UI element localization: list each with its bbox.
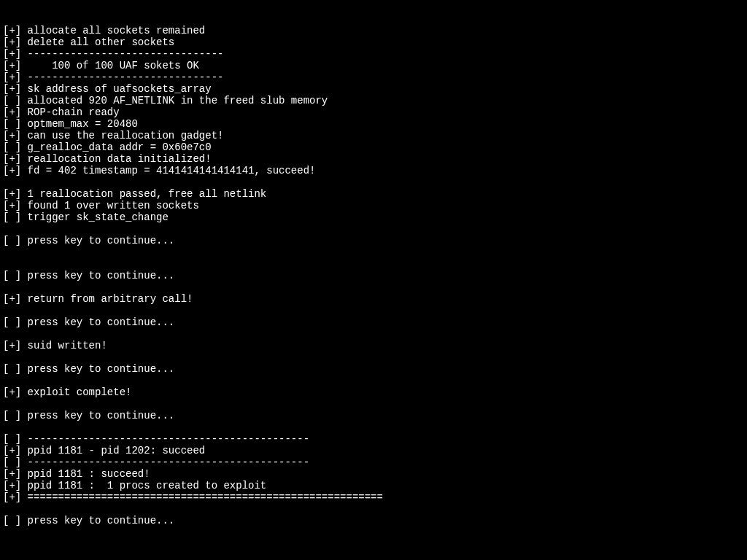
terminal-line: [+] ROP-chain ready	[3, 106, 744, 118]
terminal-line: [+] ppid 1181 - pid 1202: succeed	[3, 445, 744, 456]
terminal-output: [+] allocate all sockets remained[+] del…	[3, 25, 744, 538]
terminal-line: [+] allocate all sockets remained	[3, 25, 744, 36]
terminal-line: [+] 100 of 100 UAF sokets OK	[3, 60, 744, 71]
terminal-line	[3, 246, 744, 258]
terminal-line: [ ] press key to continue...	[3, 363, 744, 375]
terminal-line	[3, 328, 744, 340]
terminal-line: [+] sk address of uafsockets_array	[3, 83, 744, 95]
terminal-line: [+] ====================================…	[3, 491, 744, 503]
terminal-line	[3, 305, 744, 316]
terminal-line: [+] ppid 1181 : succeed!	[3, 468, 744, 480]
terminal-line: [+] 1 reallocation passed, free all netl…	[3, 188, 744, 200]
terminal-line: [+] --------------------------------	[3, 71, 744, 83]
terminal-line: [ ] trigger sk_state_change	[3, 211, 744, 223]
terminal-line: [+] fd = 402 timestamp = 414141414141414…	[3, 165, 744, 176]
terminal-line	[3, 258, 744, 270]
terminal-line: [ ] press key to continue...	[3, 270, 744, 281]
terminal-line: [+] delete all other sockets	[3, 36, 744, 48]
terminal-line: [ ] press key to continue...	[3, 316, 744, 328]
terminal-line: [ ] ------------------------------------…	[3, 433, 744, 445]
terminal-line	[3, 398, 744, 410]
terminal-line: [+] suid written!	[3, 340, 744, 351]
terminal-line: [ ] allocated 920 AF_NETLINK in the free…	[3, 95, 744, 106]
terminal-line: [+] can use the reallocation gadget!	[3, 130, 744, 141]
terminal-line: [ ] optmem_max = 20480	[3, 118, 744, 130]
terminal-line: [ ] press key to continue...	[3, 515, 744, 526]
terminal-line: [+] ppid 1181 : 1 procs created to explo…	[3, 480, 744, 491]
terminal-line	[3, 176, 744, 188]
terminal-line: [ ] ------------------------------------…	[3, 456, 744, 468]
terminal-line: [+] found 1 over written sockets	[3, 200, 744, 211]
terminal-line	[3, 375, 744, 386]
terminal-line	[3, 503, 744, 515]
terminal-line: [ ] g_realloc_data addr = 0x60e7c0	[3, 141, 744, 153]
terminal-line	[3, 223, 744, 235]
terminal-line	[3, 526, 744, 538]
terminal-line	[3, 421, 744, 433]
terminal-line	[3, 351, 744, 363]
terminal-line: [+] --------------------------------	[3, 48, 744, 60]
terminal-line	[3, 281, 744, 293]
terminal-line: [+] reallocation data initialized!	[3, 153, 744, 165]
terminal-window[interactable]: [+] allocate all sockets remained[+] del…	[0, 0, 747, 560]
terminal-line: [+] return from arbitrary call!	[3, 293, 744, 305]
terminal-line: [ ] press key to continue...	[3, 235, 744, 246]
terminal-line: [+] exploit complete!	[3, 386, 744, 398]
terminal-line: [ ] press key to continue...	[3, 410, 744, 421]
